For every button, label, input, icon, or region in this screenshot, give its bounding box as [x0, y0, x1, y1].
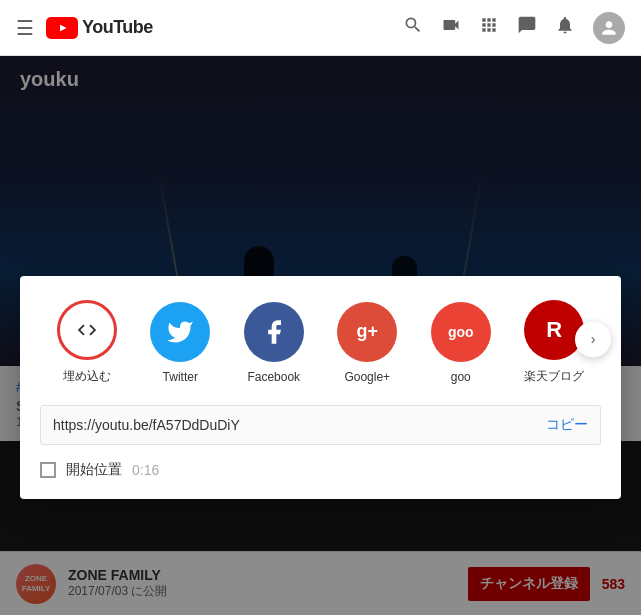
search-icon[interactable] [403, 15, 423, 40]
facebook-share-item[interactable]: Facebook [227, 302, 321, 384]
googleplus-icon-circle: g+ [337, 302, 397, 362]
embed-share-item[interactable]: 埋め込む [40, 300, 134, 385]
facebook-icon-circle [244, 302, 304, 362]
goo-share-item[interactable]: goo goo [414, 302, 508, 384]
facebook-label: Facebook [247, 370, 300, 384]
rakuten-label: 楽天ブログ [524, 368, 584, 385]
svg-marker-0 [60, 24, 67, 31]
start-position-time: 0:16 [132, 462, 159, 478]
youtube-logo-text: YouTube [82, 17, 153, 38]
rakuten-icon-circle: R [524, 300, 584, 360]
next-arrow-button[interactable]: › [575, 321, 611, 357]
chat-icon[interactable] [517, 15, 537, 40]
bell-icon[interactable] [555, 15, 575, 40]
twitter-share-item[interactable]: Twitter [134, 302, 228, 384]
twitter-icon-circle [150, 302, 210, 362]
embed-label: 埋め込む [63, 368, 111, 385]
start-position-label: 開始位置 [66, 461, 122, 479]
embed-icon-circle [57, 300, 117, 360]
youtube-logo-icon [46, 17, 78, 39]
share-icons-row: 埋め込む Twitter Facebook g+ [40, 300, 601, 385]
googleplus-label: Google+ [344, 370, 390, 384]
share-dialog: 埋め込む Twitter Facebook g+ [20, 276, 621, 499]
goo-label: goo [451, 370, 471, 384]
youtube-logo: YouTube [46, 17, 153, 39]
grid-icon[interactable] [479, 15, 499, 40]
header-icons [403, 12, 625, 44]
share-url: https://youtu.be/fA57DdDuDiY [53, 417, 546, 433]
start-position-checkbox[interactable] [40, 462, 56, 478]
main-content: youku #ソ Se 18 埋め込む Twitter [0, 56, 641, 615]
video-camera-icon[interactable] [441, 15, 461, 40]
goo-icon-circle: goo [431, 302, 491, 362]
header: ☰ YouTube [0, 0, 641, 56]
url-row: https://youtu.be/fA57DdDuDiY コピー [40, 405, 601, 445]
copy-button[interactable]: コピー [546, 416, 588, 434]
avatar[interactable] [593, 12, 625, 44]
start-position-row: 開始位置 0:16 [40, 461, 601, 479]
googleplus-share-item[interactable]: g+ Google+ [321, 302, 415, 384]
twitter-label: Twitter [163, 370, 198, 384]
hamburger-icon[interactable]: ☰ [16, 16, 34, 40]
